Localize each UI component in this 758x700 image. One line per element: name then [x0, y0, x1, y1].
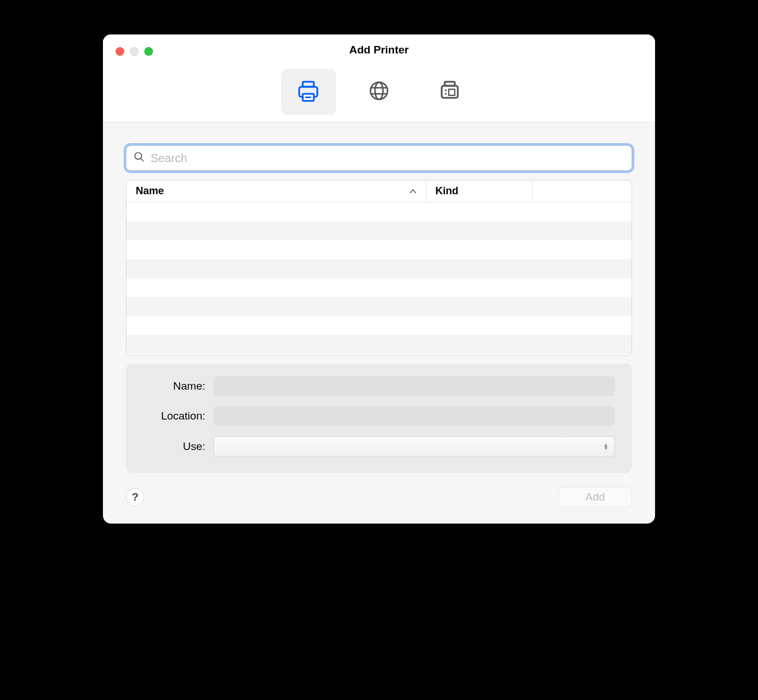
printer-list-table: Name Kind	[126, 180, 632, 356]
traffic-lights	[116, 47, 153, 56]
search-icon	[133, 151, 145, 165]
svg-point-10	[445, 90, 446, 91]
table-row	[127, 221, 631, 240]
use-select[interactable]: ▲▼	[213, 436, 615, 457]
column-header-name[interactable]: Name	[127, 180, 426, 202]
column-header-kind[interactable]: Kind	[426, 180, 532, 202]
form-row-use: Use: ▲▼	[143, 436, 615, 457]
tab-default-printer[interactable]	[281, 69, 336, 115]
form-row-name: Name:	[143, 376, 615, 396]
content-area: Name Kind	[103, 122, 655, 473]
sort-ascending-icon	[409, 187, 416, 195]
titlebar: Add Printer	[103, 34, 655, 122]
location-field[interactable]	[213, 406, 615, 426]
location-label: Location:	[143, 410, 205, 422]
table-row	[127, 240, 631, 259]
name-field[interactable]	[213, 376, 615, 396]
add-button-label: Add	[585, 491, 605, 503]
tab-advanced-printer[interactable]	[423, 69, 477, 115]
help-icon: ?	[132, 491, 139, 503]
table-row	[127, 335, 631, 354]
add-button[interactable]: Add	[558, 487, 632, 507]
search-field-wrapper[interactable]	[126, 145, 632, 171]
help-button[interactable]: ?	[126, 488, 144, 506]
footer: ? Add	[103, 473, 655, 524]
toolbar-tabs	[114, 56, 644, 122]
add-printer-window: Add Printer	[103, 34, 655, 524]
table-row	[127, 316, 631, 335]
svg-point-4	[370, 82, 388, 99]
globe-icon	[367, 79, 391, 105]
table-row	[127, 259, 631, 278]
svg-point-11	[445, 93, 446, 95]
tab-ip-printer[interactable]	[352, 69, 407, 115]
search-input[interactable]	[151, 152, 625, 165]
minimize-window-button[interactable]	[130, 47, 139, 56]
table-row	[127, 278, 631, 297]
column-header-extra[interactable]	[532, 180, 631, 202]
column-header-name-label: Name	[136, 185, 164, 197]
svg-rect-12	[449, 89, 455, 95]
maximize-window-button[interactable]	[144, 47, 153, 56]
printer-advanced-icon	[438, 79, 462, 105]
svg-rect-9	[445, 82, 455, 86]
svg-line-14	[141, 159, 144, 161]
use-label: Use:	[143, 440, 205, 453]
chevron-up-down-icon: ▲▼	[603, 443, 608, 450]
close-window-button[interactable]	[116, 47, 124, 56]
table-header: Name Kind	[127, 180, 631, 202]
svg-point-5	[375, 82, 383, 99]
name-label: Name:	[143, 380, 205, 393]
svg-rect-1	[303, 82, 313, 87]
window-title: Add Printer	[114, 44, 644, 56]
table-body[interactable]	[127, 202, 631, 355]
printer-details-panel: Name: Location: Use: ▲▼	[126, 364, 632, 473]
form-row-location: Location:	[143, 406, 615, 426]
table-row	[127, 202, 631, 221]
printer-icon	[296, 79, 320, 105]
column-header-kind-label: Kind	[435, 185, 458, 197]
table-row	[127, 297, 631, 316]
svg-point-13	[135, 153, 142, 160]
